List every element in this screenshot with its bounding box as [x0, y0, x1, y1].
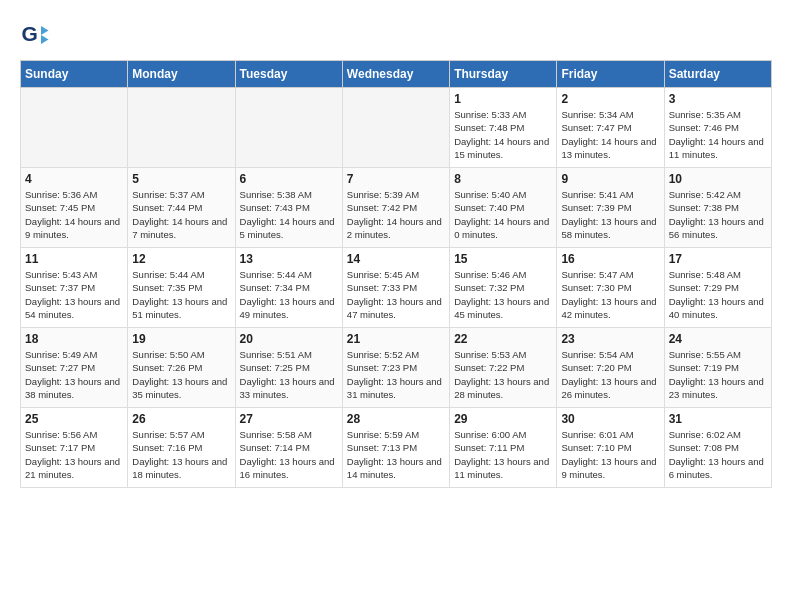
day-number: 19: [132, 332, 230, 346]
day-info: Sunrise: 5:33 AM Sunset: 7:48 PM Dayligh…: [454, 108, 552, 161]
weekday-header-wednesday: Wednesday: [342, 61, 449, 88]
calendar-day-cell: 15 Sunrise: 5:46 AM Sunset: 7:32 PM Dayl…: [450, 248, 557, 328]
day-info: Sunrise: 5:44 AM Sunset: 7:35 PM Dayligh…: [132, 268, 230, 321]
day-info: Sunrise: 5:50 AM Sunset: 7:26 PM Dayligh…: [132, 348, 230, 401]
day-number: 13: [240, 252, 338, 266]
day-info: Sunrise: 5:36 AM Sunset: 7:45 PM Dayligh…: [25, 188, 123, 241]
calendar-day-cell: 22 Sunrise: 5:53 AM Sunset: 7:22 PM Dayl…: [450, 328, 557, 408]
day-info: Sunrise: 5:48 AM Sunset: 7:29 PM Dayligh…: [669, 268, 767, 321]
calendar-day-cell: 13 Sunrise: 5:44 AM Sunset: 7:34 PM Dayl…: [235, 248, 342, 328]
day-number: 17: [669, 252, 767, 266]
day-info: Sunrise: 5:44 AM Sunset: 7:34 PM Dayligh…: [240, 268, 338, 321]
day-number: 24: [669, 332, 767, 346]
day-number: 23: [561, 332, 659, 346]
day-info: Sunrise: 5:52 AM Sunset: 7:23 PM Dayligh…: [347, 348, 445, 401]
logo: G: [20, 20, 54, 50]
day-number: 10: [669, 172, 767, 186]
calendar-day-cell: 4 Sunrise: 5:36 AM Sunset: 7:45 PM Dayli…: [21, 168, 128, 248]
day-info: Sunrise: 6:02 AM Sunset: 7:08 PM Dayligh…: [669, 428, 767, 481]
day-number: 5: [132, 172, 230, 186]
calendar-table: SundayMondayTuesdayWednesdayThursdayFrid…: [20, 60, 772, 488]
day-info: Sunrise: 5:37 AM Sunset: 7:44 PM Dayligh…: [132, 188, 230, 241]
day-info: Sunrise: 5:57 AM Sunset: 7:16 PM Dayligh…: [132, 428, 230, 481]
calendar-day-cell: [128, 88, 235, 168]
day-number: 28: [347, 412, 445, 426]
calendar-week-row: 25 Sunrise: 5:56 AM Sunset: 7:17 PM Dayl…: [21, 408, 772, 488]
day-number: 18: [25, 332, 123, 346]
weekday-header-thursday: Thursday: [450, 61, 557, 88]
calendar-day-cell: [21, 88, 128, 168]
calendar-day-cell: 17 Sunrise: 5:48 AM Sunset: 7:29 PM Dayl…: [664, 248, 771, 328]
calendar-day-cell: 29 Sunrise: 6:00 AM Sunset: 7:11 PM Dayl…: [450, 408, 557, 488]
weekday-header-row: SundayMondayTuesdayWednesdayThursdayFrid…: [21, 61, 772, 88]
day-number: 31: [669, 412, 767, 426]
page-header: G: [20, 20, 772, 50]
day-info: Sunrise: 5:55 AM Sunset: 7:19 PM Dayligh…: [669, 348, 767, 401]
calendar-day-cell: 21 Sunrise: 5:52 AM Sunset: 7:23 PM Dayl…: [342, 328, 449, 408]
calendar-day-cell: 27 Sunrise: 5:58 AM Sunset: 7:14 PM Dayl…: [235, 408, 342, 488]
day-number: 30: [561, 412, 659, 426]
day-number: 4: [25, 172, 123, 186]
day-info: Sunrise: 5:49 AM Sunset: 7:27 PM Dayligh…: [25, 348, 123, 401]
calendar-day-cell: [235, 88, 342, 168]
calendar-day-cell: 31 Sunrise: 6:02 AM Sunset: 7:08 PM Dayl…: [664, 408, 771, 488]
weekday-header-monday: Monday: [128, 61, 235, 88]
day-info: Sunrise: 6:01 AM Sunset: 7:10 PM Dayligh…: [561, 428, 659, 481]
calendar-day-cell: 20 Sunrise: 5:51 AM Sunset: 7:25 PM Dayl…: [235, 328, 342, 408]
calendar-day-cell: 2 Sunrise: 5:34 AM Sunset: 7:47 PM Dayli…: [557, 88, 664, 168]
logo-icon: G: [20, 20, 50, 50]
day-info: Sunrise: 5:35 AM Sunset: 7:46 PM Dayligh…: [669, 108, 767, 161]
day-number: 3: [669, 92, 767, 106]
day-info: Sunrise: 5:38 AM Sunset: 7:43 PM Dayligh…: [240, 188, 338, 241]
day-number: 9: [561, 172, 659, 186]
calendar-day-cell: 10 Sunrise: 5:42 AM Sunset: 7:38 PM Dayl…: [664, 168, 771, 248]
day-info: Sunrise: 5:39 AM Sunset: 7:42 PM Dayligh…: [347, 188, 445, 241]
calendar-week-row: 4 Sunrise: 5:36 AM Sunset: 7:45 PM Dayli…: [21, 168, 772, 248]
calendar-day-cell: 30 Sunrise: 6:01 AM Sunset: 7:10 PM Dayl…: [557, 408, 664, 488]
calendar-day-cell: [342, 88, 449, 168]
calendar-day-cell: 7 Sunrise: 5:39 AM Sunset: 7:42 PM Dayli…: [342, 168, 449, 248]
svg-text:G: G: [22, 22, 38, 45]
day-number: 11: [25, 252, 123, 266]
day-info: Sunrise: 5:46 AM Sunset: 7:32 PM Dayligh…: [454, 268, 552, 321]
calendar-day-cell: 25 Sunrise: 5:56 AM Sunset: 7:17 PM Dayl…: [21, 408, 128, 488]
weekday-header-friday: Friday: [557, 61, 664, 88]
calendar-week-row: 18 Sunrise: 5:49 AM Sunset: 7:27 PM Dayl…: [21, 328, 772, 408]
weekday-header-tuesday: Tuesday: [235, 61, 342, 88]
day-info: Sunrise: 5:54 AM Sunset: 7:20 PM Dayligh…: [561, 348, 659, 401]
calendar-day-cell: 18 Sunrise: 5:49 AM Sunset: 7:27 PM Dayl…: [21, 328, 128, 408]
day-info: Sunrise: 5:56 AM Sunset: 7:17 PM Dayligh…: [25, 428, 123, 481]
day-info: Sunrise: 5:58 AM Sunset: 7:14 PM Dayligh…: [240, 428, 338, 481]
calendar-day-cell: 28 Sunrise: 5:59 AM Sunset: 7:13 PM Dayl…: [342, 408, 449, 488]
day-number: 1: [454, 92, 552, 106]
day-number: 12: [132, 252, 230, 266]
day-number: 7: [347, 172, 445, 186]
weekday-header-saturday: Saturday: [664, 61, 771, 88]
calendar-day-cell: 6 Sunrise: 5:38 AM Sunset: 7:43 PM Dayli…: [235, 168, 342, 248]
svg-marker-1: [41, 26, 49, 35]
calendar-day-cell: 3 Sunrise: 5:35 AM Sunset: 7:46 PM Dayli…: [664, 88, 771, 168]
calendar-day-cell: 14 Sunrise: 5:45 AM Sunset: 7:33 PM Dayl…: [342, 248, 449, 328]
day-info: Sunrise: 5:34 AM Sunset: 7:47 PM Dayligh…: [561, 108, 659, 161]
day-number: 21: [347, 332, 445, 346]
day-info: Sunrise: 5:47 AM Sunset: 7:30 PM Dayligh…: [561, 268, 659, 321]
weekday-header-sunday: Sunday: [21, 61, 128, 88]
day-info: Sunrise: 5:40 AM Sunset: 7:40 PM Dayligh…: [454, 188, 552, 241]
day-info: Sunrise: 5:42 AM Sunset: 7:38 PM Dayligh…: [669, 188, 767, 241]
day-info: Sunrise: 5:45 AM Sunset: 7:33 PM Dayligh…: [347, 268, 445, 321]
calendar-day-cell: 11 Sunrise: 5:43 AM Sunset: 7:37 PM Dayl…: [21, 248, 128, 328]
calendar-day-cell: 23 Sunrise: 5:54 AM Sunset: 7:20 PM Dayl…: [557, 328, 664, 408]
day-number: 20: [240, 332, 338, 346]
day-number: 14: [347, 252, 445, 266]
calendar-day-cell: 9 Sunrise: 5:41 AM Sunset: 7:39 PM Dayli…: [557, 168, 664, 248]
day-number: 26: [132, 412, 230, 426]
calendar-day-cell: 8 Sunrise: 5:40 AM Sunset: 7:40 PM Dayli…: [450, 168, 557, 248]
calendar-week-row: 11 Sunrise: 5:43 AM Sunset: 7:37 PM Dayl…: [21, 248, 772, 328]
day-info: Sunrise: 5:41 AM Sunset: 7:39 PM Dayligh…: [561, 188, 659, 241]
day-info: Sunrise: 5:59 AM Sunset: 7:13 PM Dayligh…: [347, 428, 445, 481]
day-number: 6: [240, 172, 338, 186]
svg-marker-2: [41, 35, 49, 44]
calendar-day-cell: 1 Sunrise: 5:33 AM Sunset: 7:48 PM Dayli…: [450, 88, 557, 168]
calendar-day-cell: 24 Sunrise: 5:55 AM Sunset: 7:19 PM Dayl…: [664, 328, 771, 408]
day-number: 16: [561, 252, 659, 266]
